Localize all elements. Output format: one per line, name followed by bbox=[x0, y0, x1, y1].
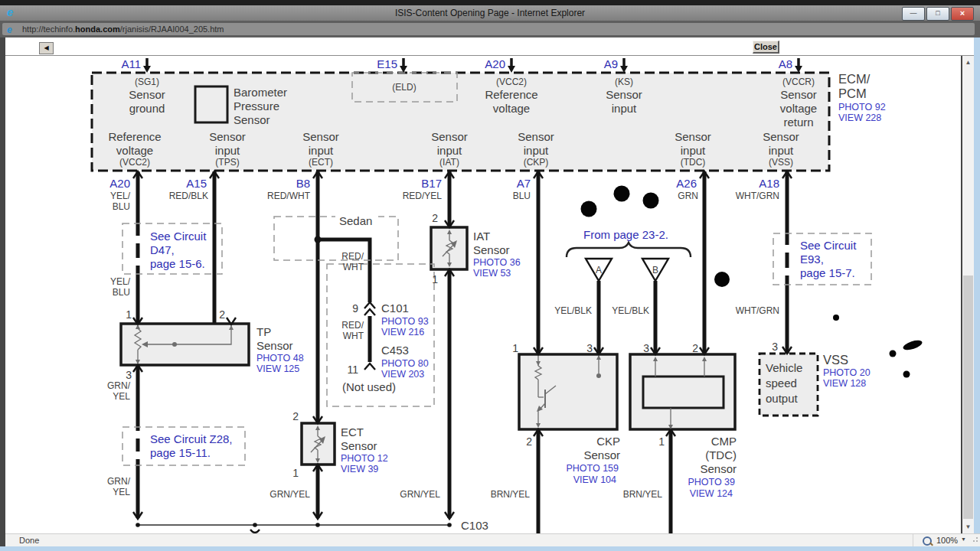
c453-view: VIEW 203 bbox=[381, 369, 424, 380]
pin-a15: A15 bbox=[186, 177, 207, 190]
w-a20-2: BLU bbox=[113, 201, 130, 212]
ckp-pin2: 2 bbox=[526, 435, 532, 448]
tp-view: VIEW 125 bbox=[256, 364, 299, 374]
window-frame-right bbox=[974, 37, 980, 551]
w-a7: BLU bbox=[513, 191, 531, 201]
ckp-pin3: 3 bbox=[586, 342, 593, 354]
c453-pin: 11 bbox=[347, 364, 358, 376]
cmp-inner-element bbox=[643, 377, 724, 408]
scrollbar-thumb[interactable] bbox=[963, 276, 973, 519]
vertical-scrollbar[interactable]: ▲ ▼ bbox=[962, 56, 974, 533]
close-page-button[interactable]: Close bbox=[753, 41, 779, 54]
cmp-pin2: 2 bbox=[692, 342, 698, 354]
vss-box-l2: speed bbox=[766, 377, 797, 390]
pin-label-a9: A9 bbox=[604, 57, 618, 70]
url-field[interactable]: e http://techinfo.honda.com/rjanisis/RJA… bbox=[2, 23, 975, 35]
ks-l1: Sensor bbox=[606, 88, 642, 101]
cmp-name-2: (TDC) bbox=[705, 448, 737, 461]
minimize-button[interactable]: — bbox=[902, 7, 925, 21]
ecm-name-2: PCM bbox=[838, 86, 867, 100]
ect-name-1: ECT bbox=[341, 425, 364, 439]
barometer-l3: Sensor bbox=[234, 113, 270, 126]
iat-pin1: 1 bbox=[432, 273, 438, 285]
vcc2-l2: voltage bbox=[493, 102, 530, 115]
ect-photo: PHOTO 12 bbox=[341, 453, 388, 464]
pin-a18: A18 bbox=[759, 177, 779, 190]
iat-name-2: Sensor bbox=[473, 243, 510, 256]
col1-sub: (TPS) bbox=[215, 157, 239, 168]
col3-l1: Sensor bbox=[431, 130, 468, 143]
zoom-dropdown-icon[interactable]: ▼ bbox=[961, 536, 966, 542]
d47-l2: D47, bbox=[150, 243, 175, 256]
w-yel1: YEL bbox=[113, 391, 130, 402]
url-domain: honda.com bbox=[75, 24, 120, 34]
junction-dot bbox=[315, 236, 322, 243]
title-bar[interactable]: e ISIS-Content Opening Page - Internet E… bbox=[0, 5, 980, 21]
close-window-button[interactable]: × bbox=[951, 7, 974, 21]
window-frame-top bbox=[0, 0, 980, 5]
window-frame-bottom bbox=[0, 546, 980, 551]
w-grnyel2: GRN/YEL bbox=[400, 489, 440, 500]
back-button[interactable]: ◀ bbox=[39, 42, 54, 54]
pin-a26: A26 bbox=[676, 177, 697, 190]
pin-label-a20-top: A20 bbox=[485, 57, 505, 70]
vss-photo: PHOTO 20 bbox=[823, 367, 871, 378]
col6-sub: (VSS) bbox=[769, 157, 793, 168]
resize-grip[interactable] bbox=[973, 540, 975, 542]
w-wht2: WHT bbox=[343, 331, 364, 341]
d47-l1: See Circuit bbox=[150, 230, 207, 243]
w-yelblk1: YEL/BLK bbox=[554, 305, 592, 316]
sedan-label: Sedan bbox=[339, 214, 372, 227]
pin-b17: B17 bbox=[421, 177, 442, 190]
tp-pin1: 1 bbox=[126, 308, 132, 321]
d47-l3: page 15-6. bbox=[150, 257, 205, 270]
from-page-brace bbox=[567, 243, 691, 257]
ks-sub: (KS) bbox=[615, 77, 633, 87]
triangle-a-label: A bbox=[596, 265, 602, 276]
pin-label-e15: E15 bbox=[377, 57, 397, 70]
window-title: ISIS-Content Opening Page - Internet Exp… bbox=[0, 5, 980, 21]
c101-photo: PHOTO 93 bbox=[381, 316, 429, 327]
col0-l1: Reference bbox=[108, 130, 161, 143]
pin-label-a8: A8 bbox=[779, 57, 792, 70]
from-page-note: From page 23-2. bbox=[583, 228, 668, 241]
c453-id: C453 bbox=[381, 344, 409, 357]
vss-pin3: 3 bbox=[772, 341, 778, 353]
w-b8: RED/WHT bbox=[267, 191, 311, 201]
maximize-button[interactable]: □ bbox=[926, 7, 949, 21]
w-grn2: GRN/ bbox=[107, 476, 131, 487]
tp-name-1: TP bbox=[256, 325, 271, 338]
col0-l2: voltage bbox=[116, 144, 153, 157]
scroll-up-icon[interactable]: ▲ bbox=[962, 56, 974, 69]
ect-name-2: Sensor bbox=[341, 439, 377, 452]
col2-l2: input bbox=[309, 144, 334, 157]
iat-pin2: 2 bbox=[432, 212, 438, 224]
pin-b8: B8 bbox=[296, 177, 310, 190]
barometer-l1: Barometer bbox=[234, 86, 287, 99]
zoom-level[interactable]: 100% bbox=[936, 535, 958, 546]
c103-bus-line bbox=[136, 523, 452, 533]
barometer-l2: Pressure bbox=[234, 99, 279, 112]
col3-sub: (IAT) bbox=[439, 157, 459, 168]
scroll-down-icon[interactable]: ▼ bbox=[962, 520, 974, 533]
col5-sub: (TDC) bbox=[681, 157, 706, 168]
w-whtgrn2: WHT/GRN bbox=[736, 305, 779, 316]
col4-sub: (CKP) bbox=[524, 157, 549, 168]
vcc2-sub: (VCC2) bbox=[496, 77, 527, 87]
ect-pin1: 1 bbox=[292, 467, 299, 479]
diagram-viewport: A11 E15 A20 A9 A8 (SG1) Sensor ground Ba… bbox=[5, 56, 961, 533]
w-brnyel1: BRN/YEL bbox=[491, 489, 531, 500]
tp-pin3: 3 bbox=[126, 369, 132, 381]
ecm-top-pins bbox=[147, 58, 799, 67]
url-prefix: http://techinfo. bbox=[22, 24, 75, 34]
cmp-view: VIEW 124 bbox=[690, 488, 733, 499]
col2-l1: Sensor bbox=[302, 130, 339, 143]
ink-blobs bbox=[581, 186, 923, 378]
sg1-l2: ground bbox=[129, 102, 165, 115]
vss-box-l1: Vehicle bbox=[766, 361, 802, 374]
barometer-sensor-box bbox=[195, 86, 227, 122]
z28-l2: page 15-11. bbox=[150, 446, 211, 459]
page-favicon-icon: e bbox=[7, 24, 12, 36]
ckp-pin1: 1 bbox=[512, 342, 518, 354]
ecm-photo: PHOTO 92 bbox=[838, 102, 886, 112]
